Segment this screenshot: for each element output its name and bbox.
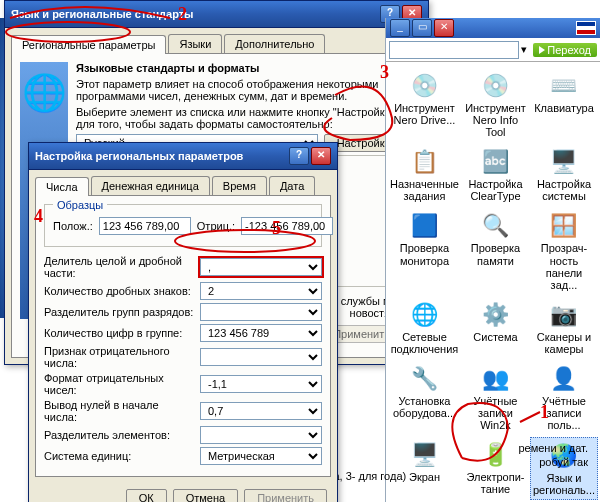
cp-item-label: Электропи-тание xyxy=(465,471,526,495)
section-heading: Языковые стандарты и форматы xyxy=(76,62,259,74)
window-title: Настройка региональных параметров xyxy=(35,150,287,162)
main-tabs: Региональные параметры Языки Дополнитель… xyxy=(5,28,428,53)
cp-item[interactable]: 🖥️Настройка системы xyxy=(530,144,598,204)
cp-item[interactable]: ⚙️Система xyxy=(463,297,528,357)
cp-item-label: Экран xyxy=(409,471,440,483)
cp-item-icon: ⚙️ xyxy=(479,299,511,331)
cp-item[interactable]: 👤Учётные записи поль... xyxy=(530,361,598,433)
cp-item[interactable]: 🟦Проверка монитора xyxy=(388,208,461,292)
control-panel-window: _ ▭ ✕ ▾ Переход 💿Инструмент Nero Drive..… xyxy=(385,18,600,502)
cp-item-label: Учётные записи Win2k xyxy=(465,395,526,431)
positive-label: Полож.: xyxy=(53,220,93,232)
setting-select[interactable] xyxy=(200,348,322,366)
cp-item[interactable]: 👥Учётные записи Win2k xyxy=(463,361,528,433)
cp-item[interactable]: 🔍Проверка памяти xyxy=(463,208,528,292)
tab-date[interactable]: Дата xyxy=(269,176,315,195)
cp-item-icon: 💿 xyxy=(479,70,511,102)
address-bar: ▾ Переход xyxy=(386,38,600,62)
minimize-button[interactable]: _ xyxy=(390,19,410,37)
tab-advanced[interactable]: Дополнительно xyxy=(224,34,325,53)
cp-item-label: Клавиатура xyxy=(534,102,594,114)
setting-select[interactable]: 0,7 xyxy=(200,402,322,420)
cp-item[interactable]: ⌨️Клавиатура xyxy=(530,68,598,140)
explorer-header: _ ▭ ✕ xyxy=(386,18,600,38)
cp-item-icon: 🟦 xyxy=(408,210,440,242)
cp-item-icon: 👤 xyxy=(548,363,580,395)
setting-select[interactable]: 123 456 789 xyxy=(200,324,322,342)
help-button[interactable]: ? xyxy=(289,147,309,165)
setting-label: Делитель целой и дробной части: xyxy=(44,255,194,279)
tab-numbers[interactable]: Числа xyxy=(35,177,89,196)
tab-regional[interactable]: Региональные параметры xyxy=(11,35,166,54)
setting-select[interactable]: , xyxy=(200,258,322,276)
cp-item[interactable]: 🪟Прозрач-ность панели зад... xyxy=(530,208,598,292)
cp-item[interactable]: 📷Сканеры и камеры xyxy=(530,297,598,357)
close-button[interactable]: ✕ xyxy=(311,147,331,165)
setting-label: Формат отрицательных чисел: xyxy=(44,372,194,396)
cp-item-label: Настройка системы xyxy=(532,178,596,202)
cp-item[interactable]: 🖥️Экран xyxy=(388,437,461,499)
cp-item-label: Сканеры и камеры xyxy=(532,331,596,355)
setting-select[interactable] xyxy=(200,426,322,444)
apply-button[interactable]: Применить xyxy=(244,489,327,502)
setting-label: Система единиц: xyxy=(44,450,194,462)
setting-select[interactable]: -1,1 xyxy=(200,375,322,393)
cp-item-label: Система xyxy=(473,331,517,343)
dropdown-arrow-icon[interactable]: ▾ xyxy=(521,43,527,56)
cp-item-icon: 💿 xyxy=(408,70,440,102)
cp-item-icon: 👥 xyxy=(479,363,511,395)
ok-button[interactable]: ОК xyxy=(126,489,167,502)
cp-item-label: Сетевые подключения xyxy=(390,331,459,355)
cp-item-icon: 🌐 xyxy=(408,299,440,331)
cp-item[interactable]: 💿Инструмент Nero Drive... xyxy=(388,68,461,140)
titlebar: Настройка региональных параметров ? ✕ xyxy=(29,143,337,170)
cp-item-label: Язык и региональ... xyxy=(533,472,595,496)
cp-item-label: Инструмент Nero Info Tool xyxy=(465,102,526,138)
cp-item[interactable]: 💿Инструмент Nero Info Tool xyxy=(463,68,528,140)
cp-item[interactable]: 📋Назначенные задания xyxy=(388,144,461,204)
cp-item-icon: ⌨️ xyxy=(548,70,580,102)
cp-item-label: Проверка монитора xyxy=(390,242,459,266)
setting-label: Разделитель элементов: xyxy=(44,429,194,441)
titlebar: Язык и региональные стандарты ? ✕ xyxy=(5,1,428,28)
cp-item[interactable]: 🌐Сетевые подключения xyxy=(388,297,461,357)
control-panel-icons: 💿Инструмент Nero Drive...💿Инструмент Ner… xyxy=(386,62,600,502)
setting-select[interactable] xyxy=(200,303,322,321)
cp-item-icon: 🖥️ xyxy=(548,146,580,178)
cp-item-label: Инструмент Nero Drive... xyxy=(390,102,459,126)
cp-item-label: Установка оборудова... xyxy=(390,395,459,419)
positive-sample xyxy=(99,217,191,235)
sub-tabs: Числа Денежная единица Время Дата xyxy=(29,170,337,195)
tab-time[interactable]: Время xyxy=(212,176,267,195)
cp-item-label: Учётные записи поль... xyxy=(532,395,596,431)
cp-item[interactable]: 🔧Установка оборудова... xyxy=(388,361,461,433)
cp-item-icon: 🪟 xyxy=(548,210,580,242)
tab-currency[interactable]: Денежная единица xyxy=(91,176,210,195)
fragment-text: ремени и дат. xyxy=(518,442,588,454)
cp-item-icon: 📋 xyxy=(408,146,440,178)
cancel-button[interactable]: Отмена xyxy=(173,489,238,502)
cp-item-icon: 🔋 xyxy=(479,439,511,471)
address-input[interactable] xyxy=(389,41,519,59)
setting-label: Признак отрицательного числа: xyxy=(44,345,194,369)
negative-label: Отриц.: xyxy=(197,220,235,232)
close-button[interactable]: ✕ xyxy=(434,19,454,37)
cp-item[interactable]: 🔤Настройка ClearType xyxy=(463,144,528,204)
tab-languages[interactable]: Языки xyxy=(168,34,222,53)
cp-item-icon: 🖥️ xyxy=(408,439,440,471)
maximize-button[interactable]: ▭ xyxy=(412,19,432,37)
setting-select[interactable]: 2 xyxy=(200,282,322,300)
cp-item-label: Настройка ClearType xyxy=(465,178,526,202)
cp-item-label: Прозрач-ность панели зад... xyxy=(532,242,596,290)
arrow-right-icon xyxy=(539,46,545,54)
ru-flag-icon xyxy=(576,21,596,35)
go-button[interactable]: Переход xyxy=(533,43,597,57)
cp-item-label: Проверка памяти xyxy=(465,242,526,266)
fragment-text: робуй так xyxy=(539,456,588,468)
setting-label: Количество цифр в группе: xyxy=(44,327,194,339)
setting-label: Разделитель групп разрядов: xyxy=(44,306,194,318)
section-desc-1: Этот параметр влияет на способ отображен… xyxy=(76,78,413,102)
setting-label: Вывод нулей в начале числа: xyxy=(44,399,194,423)
samples-legend: Образцы xyxy=(53,199,107,211)
setting-select[interactable]: Метрическая xyxy=(200,447,322,465)
